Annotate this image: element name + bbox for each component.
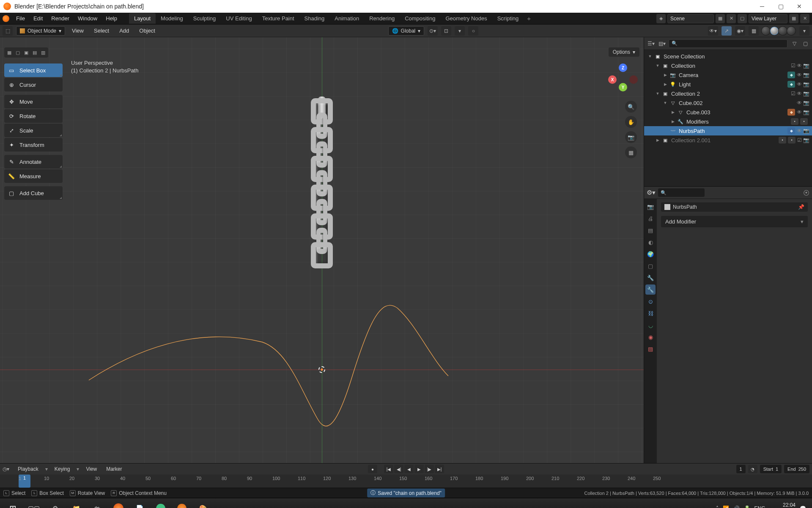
- menu-edit[interactable]: Edit: [29, 14, 47, 23]
- play-button[interactable]: ▶: [414, 465, 424, 473]
- disclosure-icon[interactable]: ▶: [655, 138, 660, 142]
- viewport-menu-select[interactable]: Select: [91, 26, 112, 35]
- autokey-toggle[interactable]: ●: [368, 465, 377, 473]
- disclosure-icon[interactable]: ▼: [663, 101, 668, 105]
- menu-file[interactable]: File: [12, 14, 29, 23]
- editor-type-icon[interactable]: ⬚: [3, 26, 13, 36]
- snap-toggle[interactable]: ⊡: [441, 26, 451, 36]
- cam-toggle[interactable]: 📷: [803, 137, 809, 143]
- viewport-menu-view[interactable]: View: [69, 26, 87, 35]
- gizmo-x-axis[interactable]: X: [608, 75, 617, 84]
- disclosure-icon[interactable]: ▼: [655, 64, 660, 68]
- taskbar-store-icon[interactable]: 🛍: [87, 500, 107, 508]
- taskbar-notepad-icon[interactable]: 📄: [129, 500, 150, 508]
- cam-toggle[interactable]: 📷: [803, 91, 809, 97]
- workspace-tab-geonodes[interactable]: Geometry Nodes: [440, 13, 492, 24]
- taskbar-settings-icon[interactable]: ⚙: [45, 500, 65, 508]
- keyframe-next-button[interactable]: |▶: [425, 465, 434, 473]
- outliner-row[interactable]: ▶ 📷 Camera ◆ 👁📷: [644, 70, 812, 80]
- chain-object[interactable]: [307, 97, 337, 268]
- select-mode-icon[interactable]: ▦: [5, 48, 14, 57]
- tool-move[interactable]: ✥Move: [4, 95, 63, 108]
- tab-object[interactable]: ▢: [645, 261, 656, 271]
- disclosure-icon[interactable]: ▶: [663, 82, 668, 86]
- outliner-row[interactable]: 〰 NurbsPath ◆ 👁📷: [644, 126, 812, 135]
- menu-window[interactable]: Window: [74, 14, 102, 23]
- eye-toggle[interactable]: 👁: [797, 109, 802, 115]
- 3d-viewport[interactable]: ▦ ▢ ▣ ▤ ▥ User Perspective (1) Collectio…: [0, 37, 644, 463]
- jump-start-button[interactable]: |◀: [384, 465, 393, 473]
- eye-toggle[interactable]: 👁: [797, 72, 802, 78]
- pin-icon[interactable]: ⦿: [803, 189, 809, 196]
- workspace-tab-scripting[interactable]: Scripting: [492, 13, 524, 24]
- outliner-row[interactable]: ▶ 🔧 Modifiers ••: [644, 117, 812, 126]
- gizmo-z-axis[interactable]: Z: [619, 64, 627, 72]
- viewport-menu-add[interactable]: Add: [116, 26, 132, 35]
- outliner-display-mode-icon[interactable]: ▤▾: [658, 39, 666, 48]
- outliner-type-icon[interactable]: ☰▾: [647, 39, 655, 48]
- filter-icon[interactable]: ▽: [790, 39, 798, 48]
- pivot-icon[interactable]: ⊙▾: [428, 26, 438, 36]
- outliner-row[interactable]: ▼ ▣ Collection 2 ☑👁📷: [644, 89, 812, 98]
- taskbar-app2-icon[interactable]: 🎨: [193, 500, 213, 508]
- check-toggle[interactable]: ☑: [791, 91, 796, 97]
- properties-breadcrumb[interactable]: NurbsPath 📌: [661, 202, 808, 212]
- snap-mode-icon[interactable]: ▾: [455, 26, 465, 36]
- taskbar-app-icon[interactable]: [151, 500, 171, 508]
- mode-selector[interactable]: Object Mode ▾: [16, 26, 65, 36]
- visibility-icon[interactable]: 👁▾: [708, 26, 718, 36]
- cam-toggle[interactable]: 📷: [803, 109, 809, 115]
- disclosure-icon[interactable]: ▼: [647, 54, 653, 58]
- tool-scale[interactable]: ⤢Scale: [4, 124, 63, 137]
- cam-toggle[interactable]: 📷: [803, 100, 809, 106]
- outliner-row[interactable]: ▶ 💡 Light ◆ 👁📷: [644, 80, 812, 89]
- end-frame-field[interactable]: End 250: [784, 465, 809, 473]
- tool-cursor[interactable]: ⊕Cursor: [4, 78, 63, 91]
- start-button[interactable]: ⊞: [3, 500, 23, 508]
- camera-view-icon[interactable]: 📷: [625, 131, 637, 143]
- add-modifier-dropdown[interactable]: Add Modifier ▾: [661, 216, 808, 227]
- shading-solid[interactable]: [770, 26, 779, 36]
- shading-rendered[interactable]: [787, 26, 796, 36]
- scene-selector[interactable]: Scene: [667, 14, 714, 23]
- tab-modifiers[interactable]: 🔧: [645, 273, 656, 283]
- gizmo-toggle[interactable]: ↗: [721, 26, 732, 36]
- timeline-menu-marker[interactable]: Marker: [104, 465, 124, 473]
- check-toggle[interactable]: ☑: [791, 63, 796, 69]
- tab-constraints[interactable]: ⛓: [645, 308, 656, 318]
- workspace-tab-sculpting[interactable]: Sculpting: [188, 13, 221, 24]
- tool-select-box[interactable]: ▭Select Box: [4, 64, 63, 77]
- zoom-icon[interactable]: 🔍: [625, 101, 637, 113]
- tab-texture[interactable]: ▨: [645, 344, 656, 354]
- gizmo-neg-x-axis[interactable]: [629, 75, 638, 84]
- tab-physics[interactable]: ⊙: [645, 296, 656, 306]
- shading-matpreview[interactable]: [778, 26, 787, 36]
- cam-toggle[interactable]: 📷: [803, 128, 809, 134]
- taskview-button[interactable]: ▢▢: [24, 500, 44, 508]
- play-reverse-button[interactable]: ◀: [404, 465, 414, 473]
- outliner-tree[interactable]: ▼ ▣ Scene Collection ▼ ▣ Collection ☑👁📷 …: [644, 50, 812, 186]
- tool-measure[interactable]: 📏Measure: [4, 169, 63, 183]
- tool-transform[interactable]: ✦Transform: [4, 138, 63, 152]
- tab-output[interactable]: 🖨: [645, 213, 656, 224]
- tab-data[interactable]: ◡: [645, 320, 656, 330]
- tab-viewlayer[interactable]: ▤: [645, 225, 656, 235]
- perspective-toggle-icon[interactable]: ▦: [625, 146, 637, 158]
- preview-range-toggle[interactable]: ◔: [748, 465, 757, 473]
- outliner-search[interactable]: 🔍: [669, 39, 787, 48]
- workspace-tab-modeling[interactable]: Modeling: [156, 13, 188, 24]
- taskbar-firefox-icon[interactable]: [108, 500, 129, 508]
- outliner-row[interactable]: ▼ ▽ Cube.002 👁📷: [644, 98, 812, 108]
- tray-volume-icon[interactable]: 🔊: [733, 505, 740, 508]
- shading-wireframe[interactable]: [761, 26, 771, 36]
- eye-toggle[interactable]: 👁: [797, 81, 802, 87]
- timeline-type-icon[interactable]: ◷▾: [3, 466, 11, 472]
- workspace-tab-shading[interactable]: Shading: [299, 13, 330, 24]
- gizmo-y-axis[interactable]: Y: [619, 83, 627, 91]
- minimize-button[interactable]: ─: [753, 0, 771, 13]
- workspace-tab-uv[interactable]: UV Editing: [221, 13, 257, 24]
- options-dropdown[interactable]: Options ▾: [609, 47, 639, 57]
- menu-render[interactable]: Render: [47, 14, 74, 23]
- tray-clock[interactable]: 22:04 26-05-2022: [770, 502, 796, 508]
- keyframe-prev-button[interactable]: ◀|: [394, 465, 403, 473]
